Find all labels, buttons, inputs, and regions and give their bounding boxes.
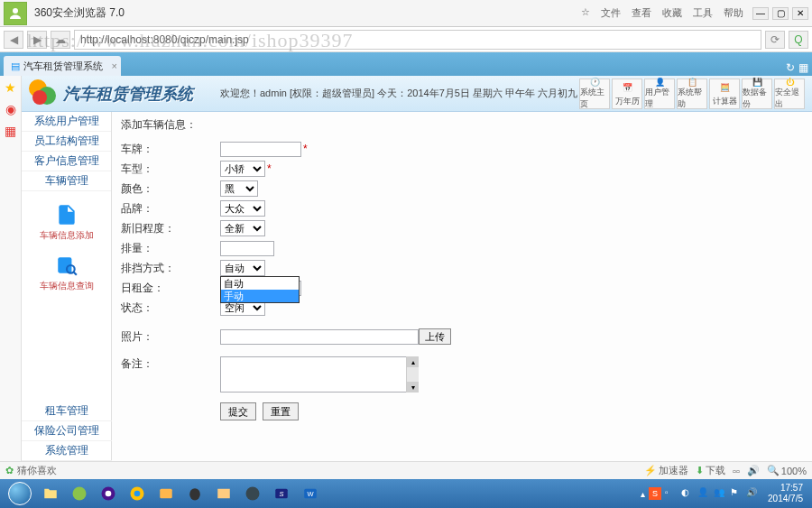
weibo-icon[interactable]: ◉ (3, 101, 19, 117)
svg-point-7 (134, 491, 141, 497)
svg-point-11 (246, 487, 260, 501)
header-toolbar: 🕐系统主页 📅万年历 👤用户管理 📋系统帮助 🧮计算器 💾数据备份 ⏻安全退出 (579, 79, 805, 109)
sidebar-item-insurance[interactable]: 保险公司管理 (22, 421, 112, 441)
select-gear[interactable]: 自动 自动 手动 (220, 260, 265, 276)
svg-rect-8 (160, 489, 172, 499)
select-type[interactable]: 小轿 (220, 161, 265, 177)
task-360[interactable] (66, 482, 93, 505)
back-button[interactable]: ◀ (4, 31, 23, 49)
input-photo[interactable] (220, 329, 419, 345)
status-zoom[interactable]: 🔍 100% (767, 465, 807, 476)
task-word[interactable]: W (297, 482, 324, 505)
tool-backup[interactable]: 💾数据备份 (742, 79, 772, 109)
submit-button[interactable]: 提交 (220, 402, 256, 420)
app-header: 汽车租赁管理系统 欢迎您！admin [权限：超级管理员] 今天：2014年7月… (22, 76, 812, 112)
textarea-scrollbar[interactable]: ▴▾ (406, 356, 419, 393)
sidebar-btn-add-vehicle[interactable]: 车辆信息添加 (22, 197, 111, 247)
task-chrome[interactable] (124, 482, 151, 505)
label-rent: 日租金： (121, 281, 220, 296)
gear-option-manual[interactable]: 手动 (221, 290, 299, 302)
sidebar-item-staff[interactable]: 员工结构管理 (22, 132, 111, 152)
sidebar-item-vehicle[interactable]: 车辆管理 (22, 171, 111, 191)
tab-main[interactable]: ▤ 汽车租赁管理系统 × (4, 56, 121, 76)
close-window-button[interactable]: ✕ (792, 7, 808, 20)
task-itunes[interactable] (95, 482, 122, 505)
menu-tools[interactable]: 工具 (693, 6, 713, 20)
status-left[interactable]: 猜你喜欢 (17, 464, 57, 477)
tray-icon[interactable]: 👤 (697, 487, 710, 500)
svg-text:S: S (279, 490, 283, 498)
task-app2[interactable] (210, 482, 237, 505)
task-app1[interactable] (152, 482, 180, 505)
taskbar-clock[interactable]: 17:57 2014/7/5 (762, 483, 808, 504)
browser-side-strip: ★ ◉ ▦ (0, 76, 22, 461)
tab-close-icon[interactable]: × (112, 60, 117, 71)
maximize-button[interactable]: ▢ (772, 7, 789, 20)
tool-calc[interactable]: 🧮计算器 (709, 79, 740, 109)
reset-button[interactable]: 重置 (263, 402, 299, 420)
tray-flag-icon[interactable]: ⚑ (730, 487, 743, 500)
start-button[interactable] (4, 481, 36, 506)
task-app3[interactable] (239, 482, 266, 505)
sidebar-btn-label: 车辆信息添加 (40, 229, 94, 242)
menu-fav[interactable]: 收藏 (662, 6, 682, 20)
url-input[interactable]: http://localhost:8080/qiczp/main.jsp (74, 30, 761, 50)
task-explorer[interactable] (37, 482, 64, 505)
star-icon[interactable]: ★ (3, 79, 19, 96)
search-button[interactable]: Q (789, 31, 808, 49)
forward-button[interactable]: ▶ (27, 31, 47, 49)
tray-sound-icon[interactable]: 🔊 (746, 487, 759, 500)
status-track[interactable]: ▫▫ (733, 466, 740, 476)
menu-file[interactable]: 文件 (601, 6, 621, 20)
input-plate[interactable] (220, 142, 301, 157)
tool-home[interactable]: 🕐系统主页 (579, 79, 610, 109)
svg-point-3 (73, 487, 87, 501)
tab-menu-icon[interactable]: ▦ (798, 61, 808, 74)
form-panel: 添加车辆信息： 车牌：* 车型：小轿* 颜色：黑 品牌：大众 新旧程度：全新 排… (112, 112, 812, 461)
browser-titlebar: 360安全浏览器 7.0 ☆ 文件 查看 收藏 工具 帮助 — ▢ ✕ (0, 0, 812, 27)
gear-dropdown-list: 自动 手动 (220, 276, 300, 303)
menu-help[interactable]: 帮助 (724, 6, 743, 20)
welcome-text: 欢迎您！admin [权限：超级管理员] 今天：2014年7月5日 星期六 甲午… (220, 87, 577, 100)
select-brand[interactable]: 大众 (220, 200, 265, 217)
tray-icon[interactable]: ▫ (665, 487, 678, 500)
input-displacement[interactable] (220, 241, 274, 256)
page-icon: ▤ (11, 60, 20, 72)
svg-point-5 (106, 491, 112, 497)
cloud-icon[interactable]: ☁ (51, 31, 70, 49)
sidebar-item-rent[interactable]: 租车管理 (22, 402, 112, 421)
tool-exit[interactable]: ⏻安全退出 (774, 79, 805, 109)
refresh-button[interactable]: ⟳ (765, 31, 785, 49)
tool-help[interactable]: 📋系统帮助 (677, 79, 707, 109)
menu-view[interactable]: 查看 (632, 6, 651, 20)
textarea-remark[interactable] (220, 356, 419, 393)
task-qq[interactable] (181, 482, 208, 505)
status-download[interactable]: ⬇下载 (696, 464, 725, 477)
tray-icon[interactable]: ◐ (681, 487, 694, 500)
tray-sogou-icon[interactable]: S (649, 487, 661, 500)
sidebar-item-customer[interactable]: 客户信息管理 (22, 152, 111, 171)
label-brand: 品牌： (121, 201, 220, 217)
tool-calendar[interactable]: 📅万年历 (612, 79, 642, 109)
sidebar-btn-query-vehicle[interactable]: 车辆信息查询 (22, 247, 111, 298)
upload-button[interactable]: 上传 (419, 328, 451, 345)
select-color[interactable]: 黑 (220, 180, 258, 197)
tray-icon[interactable]: 👥 (714, 487, 726, 500)
label-status: 状态： (121, 300, 220, 316)
task-app4[interactable]: S (268, 482, 295, 505)
status-sound-icon[interactable]: 🔊 (747, 465, 760, 476)
gear-option-auto[interactable]: 自动 (221, 277, 299, 290)
tab-label: 汽车租赁管理系统 (23, 60, 103, 73)
tab-restore-icon[interactable]: ↻ (786, 61, 795, 74)
required-mark: * (303, 143, 308, 155)
stamp-icon[interactable]: ▦ (3, 123, 19, 139)
sidebar-item-system[interactable]: 系统管理 (22, 441, 112, 461)
status-accel[interactable]: ⚡加速器 (644, 464, 688, 477)
sidebar-item-sysuser[interactable]: 系统用户管理 (22, 112, 111, 132)
minimize-button[interactable]: — (752, 7, 769, 20)
tool-user[interactable]: 👤用户管理 (644, 79, 675, 109)
tray-up-icon[interactable]: ▴ (641, 489, 645, 499)
browser-avatar[interactable] (4, 2, 27, 25)
select-age[interactable]: 全新 (220, 220, 265, 236)
tab-bar: ▤ 汽车租赁管理系统 × ↻ ▦ (0, 52, 812, 76)
